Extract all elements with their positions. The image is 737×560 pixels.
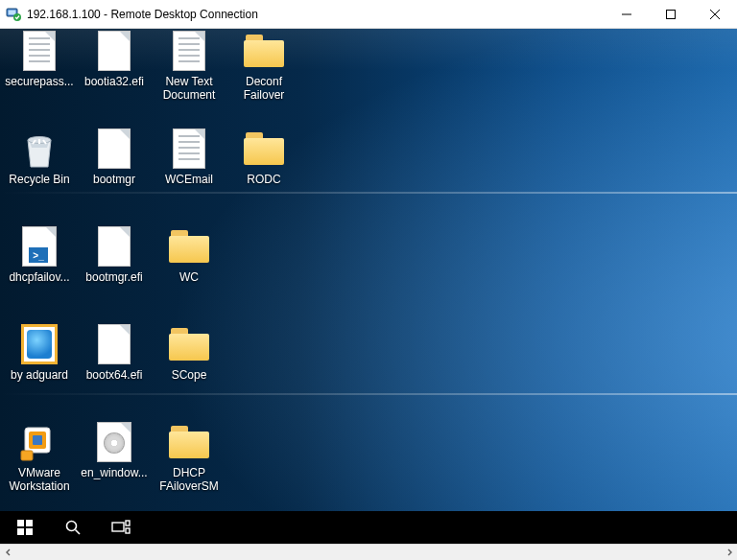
rdp-icon (6, 7, 21, 22)
bootmgr-efi[interactable]: bootmgr.efi (77, 222, 152, 318)
svg-rect-19 (126, 521, 130, 525)
remote-desktop[interactable]: securepass...bootia32.efiNew Text Docume… (0, 29, 737, 544)
blank-icon (94, 324, 134, 364)
svg-rect-18 (112, 523, 124, 531)
text-icon (169, 31, 209, 71)
svg-rect-15 (26, 528, 33, 535)
blank-icon (94, 31, 134, 71)
bootmgr[interactable]: bootmgr (77, 125, 152, 221)
start-button[interactable] (4, 511, 46, 544)
folder-icon (169, 226, 209, 267)
desktop-icon-label: by adguard (11, 368, 68, 382)
iso-icon (94, 422, 134, 462)
vmware-icon (19, 422, 59, 462)
minimize-button[interactable] (605, 0, 649, 29)
desktop-icon-label: New Text Document (153, 75, 226, 102)
desktop-icon-label: en_window... (81, 466, 147, 479)
desktop-icon-label: DHCP FAiloverSM (153, 466, 226, 493)
bootia32-efi[interactable]: bootia32.efi (77, 29, 152, 123)
svg-point-16 (67, 522, 77, 531)
dhcpfailover-ps1[interactable]: >_dhcpfailov... (2, 222, 77, 318)
task-view-button[interactable] (100, 511, 142, 544)
ps1-icon: >_ (19, 226, 59, 267)
vmware-workstation[interactable]: VMware Workstation (2, 418, 77, 514)
remote-viewport: securepass...bootia32.efiNew Text Docume… (0, 29, 737, 544)
desktop-icon-label: bootmgr (93, 173, 135, 186)
desktop-icon-label: bootmgr.efi (85, 270, 142, 284)
deconf-failover[interactable]: Deconf Failover (226, 29, 301, 123)
desktop-icon-label: WCEmail (165, 173, 213, 186)
by-adguard[interactable]: by adguard (2, 320, 77, 416)
dhcp-failoversm[interactable]: DHCP FAiloverSM (152, 418, 226, 514)
text-icon (19, 31, 59, 71)
horizontal-scrollbar[interactable] (0, 544, 737, 560)
desktop-icon-label: bootx64.efi (86, 368, 143, 382)
scrollbar-track[interactable] (16, 545, 721, 560)
search-button[interactable] (52, 511, 94, 544)
svg-rect-13 (26, 520, 33, 526)
svg-rect-14 (17, 528, 24, 535)
folder-icon (244, 128, 284, 169)
text-icon (169, 128, 209, 169)
svg-rect-1 (9, 10, 16, 14)
recycle-bin[interactable]: Recycle Bin (2, 125, 77, 221)
folder-icon (169, 422, 209, 462)
desktop-icon-label: Deconf Failover (227, 75, 300, 102)
close-button[interactable] (693, 0, 737, 29)
desktop-icon-label: Recycle Bin (9, 173, 69, 186)
desktop-icon-label: bootia32.efi (84, 75, 144, 88)
wcemail[interactable]: WCEmail (152, 125, 226, 221)
svg-line-17 (76, 530, 81, 535)
desktop-icon-label: RODC (247, 173, 280, 186)
securepass-file[interactable]: securepass... (2, 29, 77, 123)
maximize-button[interactable] (649, 0, 693, 29)
new-text-doc[interactable]: New Text Document (152, 29, 226, 123)
desktop-icons-grid: securepass...bootia32.efiNew Text Docume… (0, 29, 301, 516)
desktop-icon-label: dhcpfailov... (9, 270, 69, 284)
desktop-icon-label: SCope (172, 368, 207, 382)
chm-icon (19, 324, 59, 364)
window-title: 192.168.1.100 - Remote Desktop Connectio… (27, 8, 258, 21)
bootx64-efi[interactable]: bootx64.efi (77, 320, 152, 416)
svg-rect-11 (21, 451, 33, 460)
remote-taskbar (0, 511, 737, 544)
scroll-left-button[interactable] (0, 545, 16, 560)
en-windows-iso[interactable]: en_window... (77, 418, 152, 514)
wc-folder[interactable]: WC (152, 222, 226, 318)
desktop-icon-label: VMware Workstation (3, 466, 76, 493)
svg-rect-20 (126, 528, 130, 533)
folder-icon (244, 31, 284, 71)
folder-icon (169, 324, 209, 364)
blank-icon (94, 226, 134, 267)
desktop-icon-label: securepass... (5, 75, 73, 88)
desktop-icon-label: WC (179, 270, 199, 284)
scope-folder[interactable]: SCope (152, 320, 226, 416)
svg-rect-12 (17, 520, 24, 526)
rodc[interactable]: RODC (226, 125, 301, 221)
window-titlebar: 192.168.1.100 - Remote Desktop Connectio… (0, 0, 737, 29)
svg-rect-4 (667, 10, 676, 18)
svg-rect-10 (33, 435, 42, 445)
scroll-right-button[interactable] (721, 545, 737, 560)
recycle-bin-icon (19, 128, 59, 169)
blank-icon (94, 128, 134, 169)
